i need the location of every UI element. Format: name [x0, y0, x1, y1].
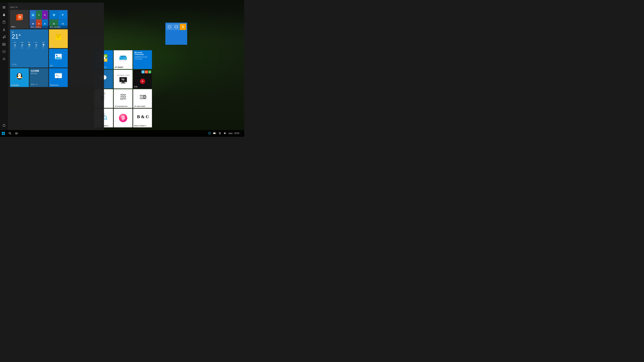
sidebar-user[interactable] [1, 11, 8, 18]
svg-point-82 [9, 132, 10, 134]
svg-point-93 [220, 134, 220, 134]
taskbar-lang[interactable]: ENG [228, 132, 233, 135]
svg-rect-36 [55, 73, 62, 74]
section1-title: 高效工作 [10, 6, 102, 8]
svg-marker-9 [4, 51, 5, 52]
tile-yingshi[interactable]: ● ■ ▶ 影视 [133, 70, 152, 88]
tile-hp-display[interactable]: HP Display Control hp [114, 70, 132, 88]
tile-hp-audio[interactable]: HP Audio Switch [133, 89, 152, 108]
community-sub: 欢迎使用 Microsoft Community [134, 56, 150, 60]
start-menu: 高效工作 O Office [0, 3, 104, 130]
svg-line-83 [10, 134, 11, 135]
svg-point-3 [3, 13, 5, 15]
svg-point-22 [56, 55, 57, 56]
start-menu-content: 高效工作 O Office [8, 3, 104, 130]
taskbar-battery[interactable] [212, 131, 217, 135]
qq-label: QQ桌面版 [10, 84, 20, 87]
svg-rect-48 [120, 56, 126, 57]
svg-point-31 [18, 75, 20, 76]
taskbar-time[interactable]: 22:22 [234, 132, 239, 135]
search-button[interactable] [7, 130, 13, 137]
paper-date: 星期三 30 [31, 83, 38, 86]
svg-rect-85 [16, 132, 18, 133]
sidebar-movies[interactable] [1, 48, 8, 55]
svg-rect-92 [213, 133, 215, 134]
tile-community[interactable]: Microsoft Community 欢迎使用 Microsoft Commu… [133, 50, 152, 69]
tile-music[interactable] [114, 109, 132, 127]
sidebar-photos[interactable] [1, 41, 8, 48]
task-view-button[interactable] [14, 130, 20, 137]
svg-point-65 [124, 96, 125, 98]
tile-qq[interactable]: QQ桌面版 [10, 68, 29, 87]
tile-whiteboard[interactable]: Whiteboard [49, 68, 68, 87]
taskbar: ? ENG 22:22 [0, 130, 244, 137]
far-right-tiles: G [165, 23, 187, 45]
bo-label: Bang & Olufsen A... [133, 124, 148, 127]
svg-rect-44 [105, 55, 106, 57]
svg-rect-18 [56, 34, 61, 36]
yongdeshang-label: 用得上的office [30, 26, 48, 29]
weather-location: 江宁区 [12, 62, 46, 66]
tile-office[interactable]: O Office [10, 10, 29, 29]
taskbar-help[interactable]: ? [208, 131, 212, 136]
svg-rect-91 [216, 133, 216, 134]
sidebar-power[interactable] [1, 122, 8, 129]
sidebar-hamburger[interactable] [1, 4, 8, 11]
taskbar-right: ? ENG 22:22 [208, 131, 244, 136]
svg-text:B & O: B & O [137, 114, 148, 119]
sidebar-music[interactable] [1, 33, 8, 40]
svg-rect-46 [105, 59, 106, 61]
svg-rect-1 [3, 7, 5, 7]
svg-point-80 [168, 25, 171, 28]
svg-rect-2 [3, 8, 5, 8]
svg-point-78 [124, 118, 125, 119]
sidebar-documents[interactable] [1, 19, 8, 25]
whiteboard-label: Whiteboard [49, 84, 60, 87]
tile-paper[interactable]: 论文投稿 明天全天 星期三 30 [30, 68, 48, 87]
taskbar-left [0, 130, 20, 137]
svg-point-64 [122, 94, 123, 96]
tile-yongbushang[interactable]: P X ✉ 用不上的office [49, 10, 68, 29]
start-button[interactable] [0, 130, 7, 137]
svg-rect-81 [175, 26, 178, 28]
svg-point-10 [4, 58, 4, 59]
svg-rect-86 [15, 134, 16, 134]
tile-hpsmart[interactable]: HP SMART [114, 50, 132, 69]
svg-point-51 [124, 58, 126, 59]
svg-rect-38 [57, 78, 58, 79]
hpsmart-label: HP SMART [114, 66, 124, 69]
sticky-label: 便笺 [49, 45, 54, 48]
svg-point-29 [18, 74, 19, 75]
svg-point-30 [20, 74, 21, 75]
sidebar-downloads[interactable] [1, 26, 8, 33]
svg-rect-0 [3, 6, 5, 7]
tile-bo[interactable]: B & O Bang & Olufsen A... [133, 109, 152, 127]
small-tile-3[interactable]: G [180, 24, 186, 30]
taskbar-volume[interactable] [223, 131, 227, 136]
hp-audio-label: HP Audio Switch [133, 105, 146, 108]
weather-temp: 21° [12, 33, 46, 39]
svg-rect-87 [16, 134, 18, 134]
small-tile-2[interactable] [173, 24, 180, 30]
small-tile-1[interactable] [166, 24, 173, 30]
svg-rect-55 [122, 82, 124, 83]
yingshi-label: 影视 [133, 85, 138, 88]
start-sidebar [0, 3, 8, 130]
paper-title: 论文投稿 [31, 69, 39, 72]
taskbar-wifi[interactable] [218, 131, 222, 136]
tile-photos[interactable]: 照片 [49, 49, 68, 67]
svg-text:hp: hp [122, 78, 124, 81]
svg-rect-56 [121, 83, 126, 83]
svg-rect-84 [15, 132, 16, 133]
tile-hp-cmd[interactable]: HP Command Cen... [114, 89, 132, 108]
photos-label: 照片 [49, 64, 54, 67]
sidebar-settings[interactable] [1, 56, 8, 62]
svg-text:?: ? [209, 132, 210, 134]
tile-sticky[interactable]: 便笺 [49, 29, 68, 48]
small-tile-large[interactable] [166, 30, 186, 44]
tile-weather[interactable]: 晴 21° 周三 ☁ 27° 17° 周四 ☁ 27° [10, 29, 48, 67]
tile-yongdeshang[interactable]: ☁ X N W P [30, 10, 48, 29]
show-desktop-button[interactable] [241, 131, 243, 136]
svg-line-75 [106, 119, 107, 120]
svg-point-66 [121, 98, 122, 100]
